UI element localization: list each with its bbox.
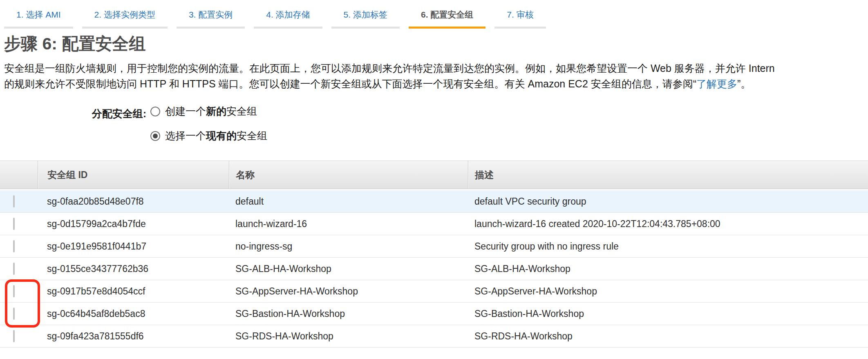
sg-desc-cell: SG-ALB-HA-Workshop	[468, 263, 868, 274]
row-checkbox-unchecked[interactable]	[13, 263, 15, 275]
sg-desc-cell: SG-RDS-HA-Workshop	[468, 331, 868, 342]
sg-name-cell: SG-ALB-HA-Workshop	[229, 263, 468, 274]
radio-button-unselected[interactable]	[150, 107, 160, 116]
security-groups-table: 安全组 ID 名称 描述 sg-0faa20b85d48e07f8 defaul…	[0, 161, 868, 348]
sg-desc-cell: SG-AppServer-HA-Workshop	[468, 286, 868, 297]
row-checkbox-checked[interactable]	[13, 308, 15, 320]
radio-label-create-new: 创建一个新的安全组	[165, 105, 257, 118]
step-description: 安全组是一组防火墙规则，用于控制您的实例的流量。在此页面上，您可以添加规则来允许…	[4, 60, 868, 91]
tab-configure-security-group[interactable]: 6. 配置安全组	[409, 5, 485, 29]
sg-id-cell: sg-0155ce34377762b36	[38, 263, 229, 274]
sg-desc-cell: launch-wizard-16 created 2020-10-22T12:0…	[468, 219, 868, 230]
radio-label-text: 创建一个	[165, 105, 206, 117]
row-checkbox-unchecked[interactable]	[13, 195, 15, 207]
sg-desc-cell: Security group with no ingress rule	[468, 241, 868, 252]
table-row-sg-rds-ha-workshop: sg-09fa423a781555df6 SG-RDS-HA-Workshop …	[0, 325, 868, 348]
description-line-2-text: 的规则来允许不受限制地访问 HTTP 和 HTTPS 端口。您可以创建一个新安全…	[4, 78, 696, 89]
sg-name-cell: SG-RDS-HA-Workshop	[229, 331, 468, 342]
learn-more-link[interactable]: 了解更多	[696, 78, 737, 89]
radio-label-bold: 现有的	[206, 130, 237, 141]
sg-name-cell: SG-AppServer-HA-Workshop	[229, 286, 468, 297]
tab-review[interactable]: 7. 审核	[494, 5, 546, 29]
radio-option-select-existing-sg[interactable]: 选择一个现有的安全组	[150, 129, 267, 143]
header-checkbox-column	[0, 161, 38, 189]
radio-label-select-existing: 选择一个现有的安全组	[165, 129, 267, 143]
table-header-row: 安全组 ID 名称 描述	[0, 161, 868, 189]
radio-label-bold: 新的	[206, 105, 226, 117]
sg-desc-cell: default VPC security group	[468, 196, 868, 207]
table-row-default: sg-0faa20b85d48e07f8 default default VPC…	[0, 190, 868, 213]
sg-name-cell: no-ingress-sg	[229, 241, 468, 252]
tab-choose-ami[interactable]: 1. 选择 AMI	[4, 5, 73, 29]
radio-label-text: 选择一个	[165, 130, 206, 141]
radio-button-selected[interactable]	[150, 131, 160, 141]
table-row-sg-appserver-ha-workshop: sg-0917b57e8d4054ccf SG-AppServer-HA-Wor…	[0, 280, 868, 303]
row-checkbox-unchecked[interactable]	[13, 330, 15, 342]
sg-id-cell: sg-0d15799a2ca4b7fde	[38, 219, 229, 230]
sg-id-cell: sg-0917b57e8d4054ccf	[38, 286, 229, 297]
sg-name-cell: launch-wizard-16	[229, 219, 468, 230]
table-body: sg-0faa20b85d48e07f8 default default VPC…	[0, 190, 868, 348]
wizard-steps-tabbar: 1. 选择 AMI 2. 选择实例类型 3. 配置实例 4. 添加存储 5. 添…	[4, 5, 546, 29]
sg-name-cell: default	[229, 196, 468, 207]
sg-name-cell: SG-Bastion-HA-Workshop	[229, 308, 468, 319]
radio-option-create-new-sg[interactable]: 创建一个新的安全组	[150, 105, 257, 118]
radio-label-text: 安全组	[226, 105, 257, 117]
table-row-sg-bastion-ha-workshop: sg-0c64b45af8deb5ac8 SG-Bastion-HA-Works…	[0, 303, 868, 325]
header-description: 描述	[468, 161, 868, 189]
radio-label-text: 安全组	[237, 130, 267, 141]
launch-wizard-step6-page: 1. 选择 AMI 2. 选择实例类型 3. 配置实例 4. 添加存储 5. 添…	[0, 0, 868, 359]
tab-add-storage[interactable]: 4. 添加存储	[254, 5, 322, 29]
page-title: 步骤 6: 配置安全组	[4, 33, 145, 55]
sg-id-cell: sg-0c64b45af8deb5ac8	[38, 308, 229, 319]
sg-id-cell: sg-0e191e9581f0441b7	[38, 241, 229, 252]
sg-id-cell: sg-09fa423a781555df6	[38, 331, 229, 342]
tab-add-tags[interactable]: 5. 添加标签	[331, 5, 400, 29]
description-line-2: 的规则来允许不受限制地访问 HTTP 和 HTTPS 端口。您可以创建一个新安全…	[4, 76, 868, 91]
header-security-group-id: 安全组 ID	[38, 161, 229, 189]
table-row-launch-wizard-16: sg-0d15799a2ca4b7fde launch-wizard-16 la…	[0, 213, 868, 235]
assign-security-group-label: 分配安全组:	[0, 107, 146, 120]
row-checkbox-unchecked[interactable]	[13, 218, 15, 230]
row-checkbox-unchecked[interactable]	[13, 240, 15, 252]
description-line-2-suffix: ”。	[737, 78, 751, 89]
table-row-sg-alb-ha-workshop: sg-0155ce34377762b36 SG-ALB-HA-Workshop …	[0, 258, 868, 280]
description-line-1: 安全组是一组防火墙规则，用于控制您的实例的流量。在此页面上，您可以添加规则来允许…	[4, 60, 868, 76]
tab-choose-instance-type[interactable]: 2. 选择实例类型	[82, 5, 168, 29]
sg-desc-cell: SG-Bastion-HA-Workshop	[468, 308, 868, 319]
header-name: 名称	[229, 161, 468, 189]
row-checkbox-checked[interactable]	[13, 285, 15, 297]
tab-configure-instance[interactable]: 3. 配置实例	[177, 5, 245, 29]
sg-id-cell: sg-0faa20b85d48e07f8	[38, 196, 229, 207]
table-row-no-ingress-sg: sg-0e191e9581f0441b7 no-ingress-sg Secur…	[0, 235, 868, 258]
